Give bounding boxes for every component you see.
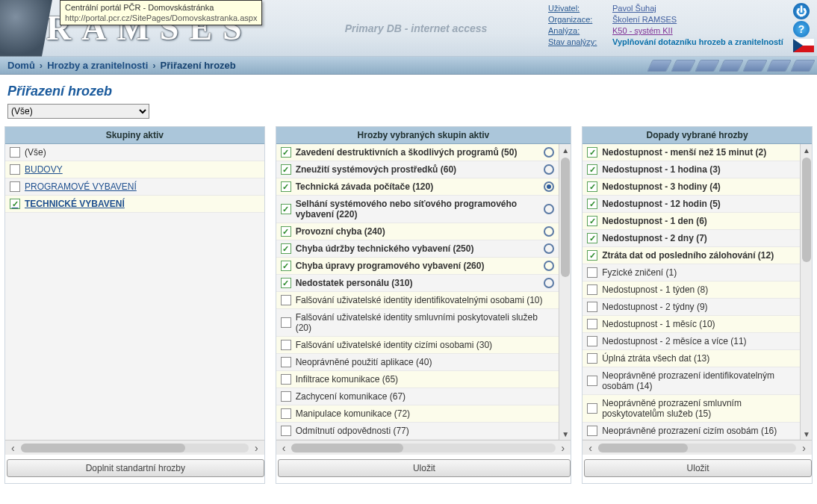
breadcrumb-mid[interactable]: Hrozby a zranitelnosti [47, 60, 148, 71]
checkbox[interactable] [587, 319, 597, 329]
threat-row[interactable]: Manipulace komunikace (72) [276, 405, 559, 423]
info-user-link[interactable]: Pavol Šuhaj [612, 3, 656, 14]
checkbox[interactable]: ✓ [587, 181, 597, 192]
threat-row[interactable]: Infiltrace komunikace (65) [276, 371, 559, 388]
group-row[interactable]: PROGRAMOVÉ VYBAVENÍ [5, 178, 264, 196]
checkbox[interactable]: ✓ [587, 164, 597, 175]
radio[interactable] [544, 147, 554, 158]
impact-row[interactable]: Nedostupnost - 1 měsíc (10) [583, 316, 800, 333]
impact-row[interactable]: Nedostupnost - 2 týdny (9) [583, 299, 800, 316]
checkbox[interactable]: ✓ [587, 199, 597, 209]
impact-row[interactable]: Fyzické zničení (1) [583, 264, 800, 281]
radio[interactable] [544, 243, 554, 254]
impact-row[interactable]: Neoprávněné prozrazení smluvním poskytov… [583, 395, 800, 423]
checkbox[interactable]: ✓ [10, 199, 20, 209]
checkbox[interactable]: ✓ [587, 216, 597, 226]
scroll-left-icon[interactable]: ‹ [8, 442, 18, 454]
checkbox[interactable]: ✓ [587, 147, 597, 158]
threat-row[interactable]: Falšování uživatelské identity smluvními… [276, 309, 559, 337]
threats-vscroll[interactable]: ▲ ▼ [559, 144, 571, 440]
impact-row[interactable]: ✓ Nedostupnost - 3 hodiny (4) [583, 178, 800, 196]
threat-row[interactable]: Falšování uživatelské identity identifik… [276, 292, 559, 309]
scroll-up-icon[interactable]: ▲ [559, 144, 571, 156]
threat-row[interactable]: ✓ Zneužití systémových prostředků (60) [276, 161, 559, 178]
checkbox[interactable] [281, 408, 291, 419]
info-analysis-link[interactable]: K50 - systém KII [612, 25, 673, 37]
checkbox[interactable]: ✓ [281, 243, 291, 254]
group-row[interactable]: (Vše) [5, 144, 264, 161]
checkbox[interactable] [587, 403, 597, 414]
impact-row[interactable]: ✓ Nedostupnost - 1 hodina (3) [583, 161, 800, 178]
scroll-left-icon[interactable]: ‹ [585, 442, 595, 454]
impact-row[interactable]: Nedostupnost - 1 týden (8) [583, 281, 800, 299]
checkbox[interactable] [10, 181, 20, 192]
threat-row[interactable]: ✓ Selhání systémového nebo síťového prog… [276, 196, 559, 223]
checkbox[interactable] [587, 336, 597, 346]
filter-select[interactable]: (Vše) [7, 104, 149, 119]
groups-hscroll[interactable]: ‹ › [5, 440, 264, 455]
checkbox[interactable]: ✓ [281, 204, 291, 214]
power-icon[interactable]: ⏻ [793, 3, 810, 19]
checkbox[interactable] [10, 147, 20, 158]
group-row[interactable]: ✓ TECHNICKÉ VYBAVENÍ [5, 196, 264, 213]
default-threats-button[interactable]: Doplnit standartní hrozby [7, 459, 264, 477]
threat-row[interactable]: ✓ Chyba úpravy programového vybavení (26… [276, 258, 559, 275]
checkbox[interactable]: ✓ [281, 181, 291, 192]
radio[interactable] [544, 181, 554, 192]
checkbox[interactable]: ✓ [587, 233, 597, 243]
checkbox[interactable]: ✓ [281, 261, 291, 271]
threat-row[interactable]: ✓ Zavedení destruktivních a škodlivých p… [276, 144, 559, 161]
scroll-right-icon[interactable]: › [252, 442, 261, 454]
checkbox[interactable] [587, 284, 597, 295]
threat-row[interactable]: Falšování uživatelské identity cizími os… [276, 337, 559, 354]
impact-row[interactable]: ✓ Nedostupnost - menší než 15 minut (2) [583, 144, 800, 161]
threat-row[interactable]: Neoprávněné použití aplikace (40) [276, 354, 559, 371]
checkbox[interactable] [281, 426, 291, 436]
breadcrumb-home[interactable]: Domů [7, 60, 35, 71]
threat-row[interactable]: ✓ Chyba údržby technického vybavení (250… [276, 240, 559, 258]
scroll-right-icon[interactable]: › [559, 442, 568, 454]
scroll-right-icon[interactable]: › [799, 442, 809, 454]
impact-row[interactable]: ✓ Ztráta dat od posledního zálohování (1… [583, 247, 800, 264]
checkbox[interactable] [587, 353, 597, 364]
checkbox[interactable] [281, 340, 291, 350]
threats-hscroll[interactable]: ‹ › [276, 440, 571, 455]
save-threats-button[interactable]: Uložit [278, 459, 571, 477]
checkbox[interactable] [587, 267, 597, 278]
radio[interactable] [544, 278, 554, 288]
threat-row[interactable]: ✓ Technická závada počítače (120) [276, 178, 559, 196]
impact-row[interactable]: ✓ Nedostupnost - 12 hodin (5) [583, 196, 800, 213]
threat-row[interactable]: Zachycení komunikace (67) [276, 388, 559, 405]
checkbox[interactable] [281, 391, 291, 402]
checkbox[interactable] [281, 317, 291, 328]
checkbox[interactable]: ✓ [281, 278, 291, 288]
checkbox[interactable] [587, 376, 597, 386]
checkbox[interactable] [10, 164, 20, 175]
impact-row[interactable]: Neoprávněné prozrazení cizím osobám (16) [583, 423, 800, 440]
impacts-hscroll[interactable]: ‹ › [583, 440, 812, 455]
group-row[interactable]: BUDOVY [5, 161, 264, 178]
checkbox[interactable]: ✓ [281, 226, 291, 237]
checkbox[interactable] [281, 374, 291, 385]
threat-row[interactable]: ✓ Nedostatek personálu (310) [276, 275, 559, 292]
info-org-link[interactable]: Školení RAMSES [612, 14, 677, 25]
checkbox[interactable] [281, 357, 291, 367]
radio[interactable] [544, 226, 554, 237]
impacts-vscroll[interactable]: ▲ ▼ [800, 144, 812, 440]
impact-row[interactable]: ✓ Nedostupnost - 2 dny (7) [583, 230, 800, 247]
impact-row[interactable]: ✓ Nedostupnost - 1 den (6) [583, 213, 800, 230]
radio[interactable] [544, 204, 554, 214]
help-icon[interactable]: ? [793, 21, 810, 37]
save-impacts-button[interactable]: Uložit [584, 459, 812, 477]
checkbox[interactable]: ✓ [587, 250, 597, 261]
scroll-down-icon[interactable]: ▼ [801, 428, 812, 440]
flag-cz-icon[interactable] [793, 39, 814, 52]
checkbox[interactable]: ✓ [281, 164, 291, 175]
checkbox[interactable] [281, 295, 291, 305]
radio[interactable] [544, 164, 554, 175]
impact-row[interactable]: Neoprávněné prozrazení identifikovatelný… [583, 367, 800, 395]
checkbox[interactable]: ✓ [281, 147, 291, 158]
scroll-left-icon[interactable]: ‹ [279, 442, 289, 454]
scroll-down-icon[interactable]: ▼ [559, 428, 571, 440]
impact-row[interactable]: Úplná ztráta všech dat (13) [583, 350, 800, 367]
